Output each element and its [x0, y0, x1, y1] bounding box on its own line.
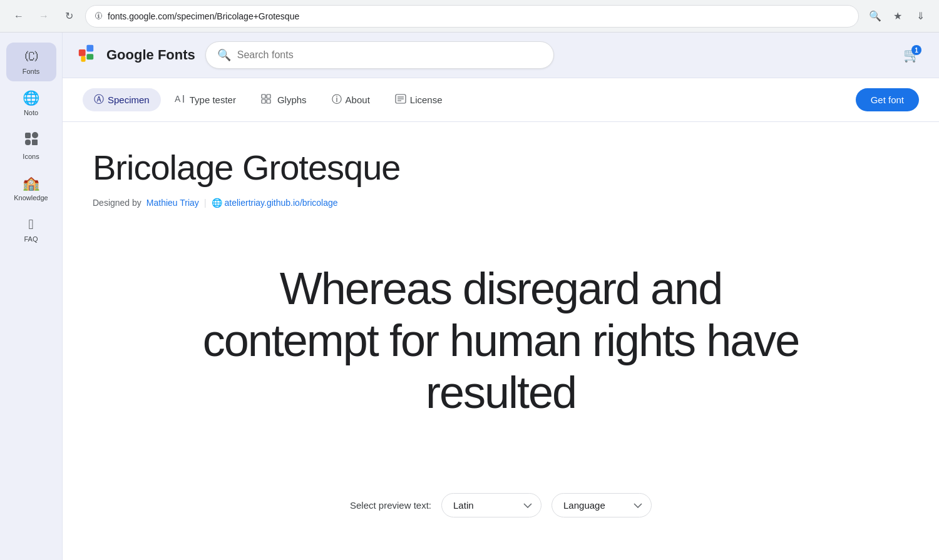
zoom-button[interactable]: 🔍 — [866, 8, 884, 25]
browser-chrome: ← → ↻ 🛈 fonts.google.com/specimen/Bricol… — [0, 0, 939, 33]
app-container: 🄒 Fonts 🌐 Noto Icons 🏫 Knowledge  — [0, 33, 939, 560]
svg-point-1 — [32, 132, 38, 138]
language-select[interactable]: Language English French German Spanish — [552, 493, 652, 517]
type-tester-tab-icon: A — [175, 94, 186, 106]
back-button[interactable]: ← — [10, 8, 28, 25]
svg-rect-11 — [267, 94, 270, 98]
svg-rect-13 — [267, 99, 270, 103]
svg-rect-5 — [86, 45, 93, 52]
logo-text: Google Fonts — [106, 47, 195, 63]
tab-license-label: License — [410, 94, 443, 105]
forward-button[interactable]: → — [35, 8, 53, 25]
tab-license[interactable]: License — [384, 89, 454, 111]
google-logo-icon — [78, 44, 100, 66]
fonts-icon: 🄒 — [24, 49, 38, 65]
cart-button[interactable]: 🛒 1 — [899, 43, 924, 68]
script-select[interactable]: Latin Cyrillic Greek Vietnamese — [441, 493, 541, 517]
tab-about-label: About — [346, 94, 370, 105]
preview-text: Whereas disregard and contempt for human… — [188, 263, 814, 418]
noto-icon: 🌐 — [23, 90, 39, 106]
svg-rect-0 — [25, 133, 31, 138]
sidebar-item-fonts[interactable]: 🄒 Fonts — [6, 43, 56, 81]
tab-glyphs-label: Glyphs — [277, 94, 307, 105]
sidebar: 🄒 Fonts 🌐 Noto Icons 🏫 Knowledge  — [0, 33, 63, 560]
tab-about[interactable]: ⓘ About — [321, 88, 381, 111]
svg-rect-10 — [262, 94, 265, 98]
meta-divider: | — [204, 198, 207, 208]
header: Google Fonts 🔍 🛒 1 — [63, 33, 939, 78]
address-bar[interactable]: 🛈 fonts.google.com/specimen/Bricolage+Gr… — [85, 5, 859, 28]
tab-nav: Ⓐ Specimen A Type tester — [63, 78, 939, 122]
sidebar-label-knowledge: Knowledge — [14, 194, 48, 201]
faq-icon:  — [28, 216, 33, 233]
svg-rect-4 — [79, 49, 86, 56]
sidebar-item-noto[interactable]: 🌐 Noto — [6, 84, 56, 123]
svg-rect-6 — [86, 54, 93, 59]
sidebar-item-knowledge[interactable]: 🏫 Knowledge — [6, 169, 56, 208]
preview-section: Whereas disregard and contempt for human… — [93, 238, 909, 456]
url-text: fonts.google.com/specimen/Bricolage+Grot… — [108, 11, 849, 21]
sidebar-label-icons: Icons — [23, 153, 39, 160]
preview-controls: Select preview text: Latin Cyrillic Gree… — [93, 493, 909, 537]
font-name: Bricolage Grotesque — [93, 147, 909, 188]
reload-button[interactable]: ↻ — [60, 8, 78, 25]
font-meta: Designed by Mathieu Triay | 🌐 ateliertri… — [93, 198, 909, 208]
tab-type-tester[interactable]: A Type tester — [163, 89, 247, 111]
bookmark-button[interactable]: ★ — [889, 8, 906, 25]
preview-controls-label: Select preview text: — [350, 500, 431, 511]
svg-rect-2 — [25, 140, 31, 145]
website-url: ateliertriay.github.io/bricolage — [225, 198, 338, 208]
get-font-button[interactable]: Get font — [856, 88, 919, 111]
svg-text:A: A — [175, 94, 181, 104]
tab-specimen-label: Specimen — [108, 94, 150, 105]
designed-by-label: Designed by — [93, 198, 141, 208]
globe-icon: 🌐 — [212, 198, 222, 208]
website-link[interactable]: 🌐 ateliertriay.github.io/bricolage — [212, 198, 338, 208]
specimen-tab-icon: Ⓐ — [94, 93, 104, 106]
cart-badge: 1 — [911, 45, 921, 55]
sidebar-label-faq: FAQ — [24, 235, 38, 243]
search-icon: 🔍 — [217, 48, 231, 62]
specimen-content: Bricolage Grotesque Designed by Mathieu … — [63, 122, 939, 560]
svg-rect-7 — [81, 56, 85, 62]
search-input[interactable] — [237, 49, 542, 61]
search-bar[interactable]: 🔍 — [205, 41, 554, 69]
icons-icon — [24, 131, 39, 150]
logo[interactable]: Google Fonts — [78, 44, 195, 66]
tab-specimen[interactable]: Ⓐ Specimen — [83, 88, 161, 111]
knowledge-icon: 🏫 — [23, 175, 39, 191]
svg-rect-12 — [262, 99, 265, 103]
license-tab-icon — [395, 94, 406, 106]
secure-icon: 🛈 — [95, 11, 103, 21]
sidebar-item-faq[interactable]:  FAQ — [6, 210, 56, 249]
download-button[interactable]: ⇓ — [911, 8, 929, 25]
svg-rect-3 — [32, 140, 38, 145]
tab-glyphs[interactable]: Glyphs — [250, 89, 318, 111]
glyphs-tab-icon — [261, 94, 274, 106]
main-content: Ⓐ Specimen A Type tester — [63, 78, 939, 560]
tab-type-tester-label: Type tester — [190, 94, 236, 105]
sidebar-label-fonts: Fonts — [23, 68, 40, 75]
sidebar-label-noto: Noto — [24, 109, 38, 116]
designer-link[interactable]: Mathieu Triay — [146, 198, 199, 208]
sidebar-item-icons[interactable]: Icons — [6, 125, 56, 166]
about-tab-icon: ⓘ — [332, 93, 342, 106]
browser-actions: 🔍 ★ ⇓ — [866, 8, 929, 25]
